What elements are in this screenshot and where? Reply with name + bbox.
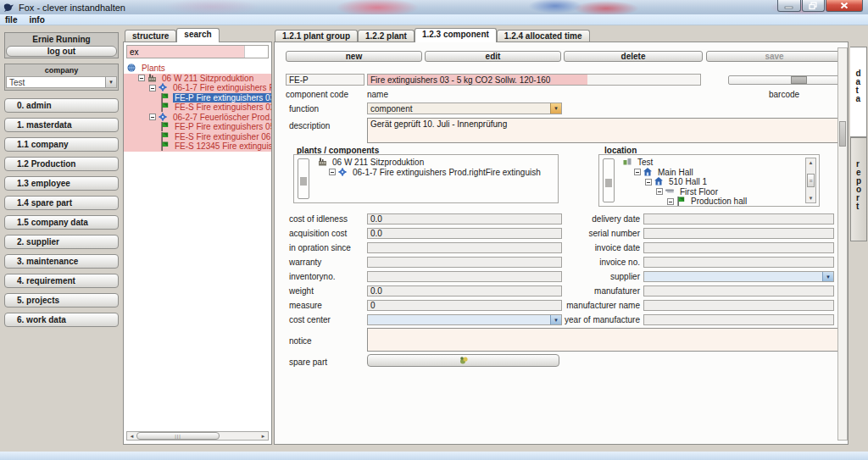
menu-info[interactable]: info bbox=[29, 15, 44, 25]
edit-button[interactable]: edit bbox=[425, 51, 561, 62]
sidebar-item-4-requirement[interactable]: 4. requirement bbox=[4, 274, 119, 288]
side-tab-data[interactable]: data bbox=[850, 47, 867, 137]
expander-icon[interactable] bbox=[329, 169, 336, 175]
tree-node[interactable]: 06 W 211 Sitzproduktion bbox=[314, 158, 541, 168]
location-scrollbar[interactable]: ▲ ≡ ▼ bbox=[805, 158, 816, 203]
sidebar-item-6-work-data[interactable]: 6. work data bbox=[4, 313, 119, 327]
tab-plant[interactable]: 1.2.2 plant bbox=[358, 30, 415, 42]
tree-node[interactable]: FE-P Fire extinguishers 03 - 5 kg CO2 So bbox=[124, 93, 271, 103]
acquisition-cost-field[interactable] bbox=[367, 228, 562, 239]
location-vertical-slider[interactable] bbox=[603, 158, 615, 202]
floor-icon bbox=[665, 187, 676, 197]
tree-node[interactable]: 06-1-7 Fire extinguishers Prod.rightFire… bbox=[314, 168, 541, 178]
year-of-manufacture-field[interactable] bbox=[643, 314, 834, 325]
expander-icon[interactable] bbox=[138, 75, 145, 81]
component-code-field[interactable] bbox=[286, 74, 364, 86]
tab-structure[interactable]: structure bbox=[125, 30, 176, 42]
barcode-slider[interactable] bbox=[728, 75, 840, 85]
tree-node[interactable]: Production hall bbox=[620, 197, 800, 206]
expander-icon[interactable] bbox=[149, 114, 156, 120]
tree-node[interactable]: Main Hall bbox=[620, 168, 800, 178]
expander-icon[interactable] bbox=[667, 198, 674, 205]
expander-icon[interactable] bbox=[656, 188, 663, 195]
expander-icon[interactable] bbox=[149, 85, 156, 91]
minimize-button[interactable] bbox=[777, 0, 801, 12]
measure-field[interactable] bbox=[367, 300, 562, 311]
scroll-right-icon[interactable]: ► bbox=[259, 432, 268, 440]
close-button[interactable] bbox=[826, 0, 863, 12]
sidebar-item-5-projects[interactable]: 5. projects bbox=[4, 293, 119, 308]
cost-of-idleness-label: cost of idleness bbox=[289, 214, 367, 224]
chevron-down-icon[interactable]: ▼ bbox=[105, 77, 116, 87]
chevron-down-icon[interactable]: ▼ bbox=[550, 103, 561, 114]
tree-node[interactable]: 510 Hall 1 bbox=[620, 177, 800, 187]
search-secondary-field[interactable] bbox=[244, 46, 268, 58]
cost-center-dropdown[interactable]: ▼ bbox=[367, 314, 562, 325]
in-opration-since-field[interactable] bbox=[367, 242, 562, 253]
chevron-down-icon[interactable]: ▼ bbox=[822, 272, 833, 281]
cost-of-idleness-field[interactable] bbox=[367, 213, 562, 224]
side-tab-report[interactable]: report bbox=[850, 137, 867, 241]
sidebar-item-1-2-production[interactable]: 1.2 Production bbox=[4, 157, 119, 171]
slider-thumb[interactable] bbox=[791, 76, 807, 84]
search-input[interactable] bbox=[127, 46, 244, 58]
company-select[interactable]: Test ▼ bbox=[6, 76, 117, 88]
tab-search[interactable]: search bbox=[176, 28, 219, 42]
serial-number-field[interactable] bbox=[643, 228, 834, 239]
tree-node-label: 06-2-7 Feuerlöscher Prod. L1 bbox=[171, 113, 271, 122]
tree-node[interactable]: 06 W 211 Sitzproduktion bbox=[124, 74, 271, 84]
spare-part-button[interactable] bbox=[367, 354, 559, 367]
manufaturer-field[interactable] bbox=[643, 285, 834, 297]
scroll-up-icon[interactable]: ▲ bbox=[809, 158, 814, 167]
tree-node[interactable]: FE-P Fire extinguishers 05-12 kg ABC pc bbox=[124, 122, 271, 132]
invoice-no-field[interactable] bbox=[643, 257, 834, 268]
inventoryno-field[interactable] bbox=[367, 271, 562, 282]
sidebar-item-1-3-employee[interactable]: 1.3 employee bbox=[4, 176, 119, 191]
tree-node[interactable]: 06-1-7 Fire extinguishers Prod.rightFire… bbox=[124, 83, 271, 93]
tree-node[interactable]: Test bbox=[620, 158, 800, 168]
sidebar-item-3-maintenance[interactable]: 3. maintenance bbox=[4, 254, 119, 269]
weight-field[interactable] bbox=[367, 285, 562, 297]
scroll-down-icon[interactable]: ▼ bbox=[809, 194, 814, 202]
scrollbar-thumb[interactable] bbox=[839, 121, 846, 147]
manufacturer-name-field[interactable] bbox=[643, 300, 834, 311]
tree-node[interactable]: FE-S 12345 Fire extinguisher 07 - 9l foa… bbox=[124, 141, 271, 152]
logout-button[interactable]: log out bbox=[6, 46, 117, 57]
sidebar-item-0-admin[interactable]: 0. admin bbox=[4, 98, 119, 113]
sidebar-item-2-supplier[interactable]: 2. supplier bbox=[4, 235, 119, 249]
main-vertical-scrollbar[interactable] bbox=[837, 47, 848, 441]
tree-node[interactable]: First Floor bbox=[620, 187, 800, 197]
save-button[interactable]: save bbox=[706, 51, 843, 62]
description-textarea[interactable]: Gerät geprüft 10. Juli - Innenprüfung bbox=[367, 118, 840, 143]
menu-file[interactable]: file bbox=[5, 15, 17, 25]
warranty-field[interactable] bbox=[367, 257, 562, 268]
invoice-date-field[interactable] bbox=[643, 242, 834, 253]
restore-button[interactable] bbox=[802, 0, 825, 12]
tab-allocated-time[interactable]: 1.2.4 allocated time bbox=[497, 30, 590, 42]
tree-node[interactable]: FE-S Fire extinguishers 02 - 9l Foam bbox=[124, 103, 271, 113]
expander-icon[interactable] bbox=[645, 179, 652, 186]
name-field[interactable]: Fire extinguishers 03 - 5 kg CO2 Sollw. … bbox=[367, 74, 701, 86]
name-label: name bbox=[367, 90, 388, 99]
tab-component[interactable]: 1.2.3 component bbox=[415, 28, 497, 42]
scrollbar-thumb[interactable]: ≡ bbox=[807, 174, 815, 187]
sidebar-item-1-4-spare-part[interactable]: 1.4 spare part bbox=[4, 196, 119, 210]
notice-textarea[interactable] bbox=[367, 328, 840, 352]
tab-plant-group[interactable]: 1.2.1 plant group bbox=[275, 30, 358, 42]
sidebar-item-1-1-company[interactable]: 1.1 company bbox=[4, 137, 119, 152]
sidebar-item-1-5-company-data[interactable]: 1.5 company data bbox=[4, 215, 119, 230]
tree-node[interactable]: FE-S Fire extinguisher 06 - 9l foam bbox=[124, 132, 271, 142]
function-dropdown[interactable]: component ▼ bbox=[367, 103, 562, 114]
sidebar-item-1-masterdata[interactable]: 1. masterdata bbox=[4, 118, 119, 132]
tree-node[interactable]: Plants bbox=[124, 64, 271, 74]
expander-icon[interactable] bbox=[634, 169, 641, 175]
delivery-date-field[interactable] bbox=[643, 213, 834, 224]
horizontal-scrollbar[interactable]: ◄ ||| ► bbox=[126, 431, 269, 441]
tree-node[interactable]: 06-2-7 Feuerlöscher Prod. L1 bbox=[124, 113, 271, 123]
scrollbar-thumb[interactable]: ||| bbox=[136, 432, 220, 440]
supplier-dropdown[interactable]: ▼ bbox=[643, 271, 834, 282]
plants-vertical-slider[interactable] bbox=[298, 158, 309, 199]
delete-button[interactable]: delete bbox=[564, 51, 703, 62]
scroll-left-icon[interactable]: ◄ bbox=[127, 432, 136, 440]
new-button[interactable]: new bbox=[286, 51, 422, 62]
